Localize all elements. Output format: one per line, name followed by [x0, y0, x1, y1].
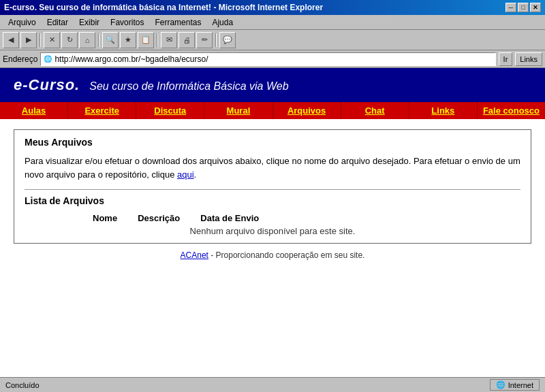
globe-icon: 🌐: [44, 55, 52, 63]
col-nome: Nome: [93, 213, 117, 223]
address-url: http://www.argo.com.br/~bgadelha/ecurso/: [54, 54, 208, 64]
favorites-button[interactable]: ★: [120, 32, 136, 48]
stop-button[interactable]: ✕: [44, 32, 60, 48]
refresh-button[interactable]: ↻: [61, 32, 78, 48]
file-box: Meus Arquivos Para visualizar e/ou efetu…: [14, 129, 531, 244]
file-empty-message: Nenhum arquivo disponível para este site…: [25, 226, 520, 236]
site-header: e-Curso. Seu curso de Informática Básica…: [0, 68, 545, 102]
back-button[interactable]: ◀: [3, 32, 19, 48]
address-bar: Endereço 🌐 http://www.argo.com.br/~bgade…: [0, 50, 545, 68]
print-button[interactable]: 🖨: [178, 32, 195, 48]
browser-content: e-Curso. Seu curso de Informática Básica…: [0, 68, 545, 377]
mail-button[interactable]: ✉: [161, 32, 177, 48]
description-text-1: Para visualizar e/ou efetuar o download …: [25, 156, 520, 180]
toolbar-separator-2: [98, 33, 99, 47]
site-title: e-Curso.: [14, 76, 80, 94]
file-table-header: Nome Descrição Data de Envio: [93, 213, 520, 223]
nav-mural[interactable]: Mural: [204, 102, 272, 119]
close-button[interactable]: ✕: [530, 3, 541, 12]
file-box-title: Meus Arquivos: [25, 137, 520, 148]
nav-exercite[interactable]: Exercite: [68, 102, 136, 119]
nav-arquivos[interactable]: Arquivos: [273, 102, 341, 119]
go-button[interactable]: Ir: [499, 52, 513, 66]
file-list-title: Lista de Arquivos: [25, 189, 520, 206]
file-description: Para visualizar e/ou efetuar o download …: [25, 154, 520, 181]
acanet-link[interactable]: ACAnet: [181, 250, 208, 260]
edit-button[interactable]: ✏: [196, 32, 213, 48]
menu-ferramentas[interactable]: Ferramentas: [149, 16, 206, 29]
menu-editar[interactable]: Editar: [42, 16, 74, 29]
page-body: Meus Arquivos Para visualizar e/ou efetu…: [0, 119, 545, 377]
window-controls[interactable]: ─ □ ✕: [505, 3, 541, 12]
window-title: E-curso. Seu curso de informática básica…: [4, 3, 323, 12]
links-button[interactable]: Links: [515, 52, 542, 66]
home-button[interactable]: ⌂: [79, 32, 95, 48]
search-button[interactable]: 🔍: [102, 32, 119, 48]
nav-aulas[interactable]: Aulas: [0, 102, 68, 119]
toolbar-separator-4: [215, 33, 217, 47]
nav-discuta[interactable]: Discuta: [136, 102, 204, 119]
col-data: Data de Envio: [200, 213, 259, 223]
maximize-button[interactable]: □: [518, 3, 529, 12]
history-button[interactable]: 📋: [138, 32, 154, 48]
description-text-2: .: [194, 169, 197, 180]
nav-fale-conosco[interactable]: Fale conosco: [478, 102, 545, 119]
address-label: Endereço: [3, 54, 37, 64]
toolbar-separator-3: [157, 33, 158, 47]
site-navigation: Aulas Exercite Discuta Mural Arquivos Ch…: [0, 102, 545, 119]
site-subtitle: Seu curso de Informática Básica via Web: [89, 80, 288, 93]
toolbar-separator-1: [40, 33, 41, 47]
toolbar: ◀ ▶ ✕ ↻ ⌂ 🔍 ★ 📋 ✉ 🖨 ✏ 💬: [0, 30, 545, 50]
nav-chat[interactable]: Chat: [341, 102, 409, 119]
aqui-link[interactable]: aqui: [177, 169, 194, 180]
menu-exibir[interactable]: Exibir: [74, 16, 105, 29]
page-footer: ACAnet - Proporcionando cooperação em se…: [14, 250, 531, 260]
menu-ajuda[interactable]: Ajuda: [206, 16, 238, 29]
menu-bar: Arquivo Editar Exibir Favoritos Ferramen…: [0, 15, 545, 30]
forward-button[interactable]: ▶: [20, 32, 37, 48]
menu-favoritos[interactable]: Favoritos: [105, 16, 149, 29]
footer-text: - Proporcionando cooperação em seu site.: [208, 250, 364, 260]
title-bar: E-curso. Seu curso de informática básica…: [0, 0, 545, 15]
col-descricao: Descrição: [138, 213, 180, 223]
nav-links[interactable]: Links: [409, 102, 478, 119]
discuss-button[interactable]: 💬: [219, 32, 236, 48]
menu-arquivo[interactable]: Arquivo: [3, 16, 42, 29]
address-input[interactable]: 🌐 http://www.argo.com.br/~bgadelha/ecurs…: [40, 52, 495, 66]
minimize-button[interactable]: ─: [505, 3, 516, 12]
